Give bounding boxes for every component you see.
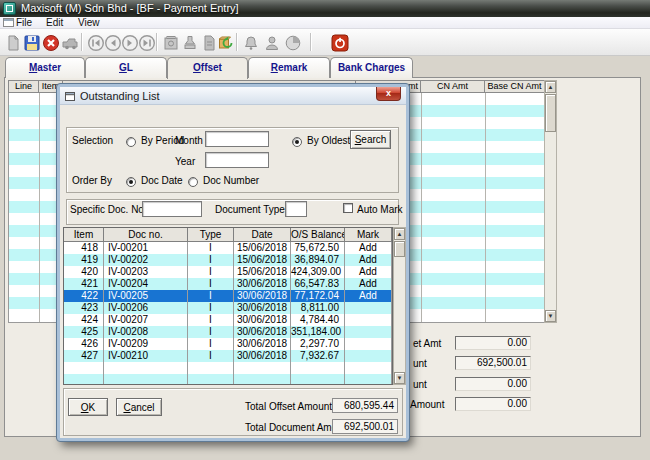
year-input[interactable] xyxy=(205,152,269,168)
close-icon[interactable]: x xyxy=(376,87,401,101)
doc-date-radio[interactable] xyxy=(126,177,136,187)
outstanding-table-scrollbar[interactable]: ▲ ▼ xyxy=(393,227,406,385)
document-type-input[interactable] xyxy=(285,201,307,217)
column-header-line[interactable]: Line xyxy=(8,80,39,93)
by-oldest-label: By Oldest xyxy=(307,135,350,146)
outstanding-row-420[interactable]: 420IV-00203I15/06/2018424,309.00Add xyxy=(64,266,392,278)
toolbar-separator xyxy=(310,33,311,51)
outstanding-table-header: ItemDoc no.TypeDateO/S BalanceMark xyxy=(64,228,392,242)
cell-type: I xyxy=(188,242,234,254)
app-icon xyxy=(3,2,16,15)
outstanding-row-422[interactable]: 422IV-00205I30/06/201877,172.04Add xyxy=(64,290,392,302)
outstanding-row-empty[interactable] xyxy=(64,362,392,374)
tab-gl[interactable]: GL xyxy=(85,57,167,78)
outstanding-header-balance[interactable]: O/S Balance xyxy=(291,228,345,241)
title-bar: Maxisoft (M) Sdn Bhd - [BF - Payment Ent… xyxy=(0,0,650,17)
doc-number-radio[interactable] xyxy=(188,177,198,187)
scrollbar-thumb[interactable] xyxy=(545,94,556,132)
outstanding-row-421[interactable]: 421IV-00204I30/06/201866,547.83Add xyxy=(64,278,392,290)
cell-type: I xyxy=(188,314,234,326)
scroll-up-icon[interactable]: ▲ xyxy=(394,228,405,240)
outstanding-row-418[interactable]: 418IV-00201I15/06/201875,672.50Add xyxy=(64,242,392,254)
application-window: Maxisoft (M) Sdn Bhd - [BF - Payment Ent… xyxy=(0,0,650,460)
cell-mark: Add xyxy=(345,242,392,254)
package-refresh-icon[interactable] xyxy=(216,33,235,52)
last-record-icon[interactable] xyxy=(137,33,156,52)
cell-date: 30/06/2018 xyxy=(234,278,291,290)
cell-date: 30/06/2018 xyxy=(234,350,291,362)
cell-mark xyxy=(345,338,392,350)
outstanding-row-419[interactable]: 419IV-00202I15/06/201836,894.07Add xyxy=(64,254,392,266)
user-icon[interactable] xyxy=(262,33,281,52)
auto-mark-checkbox[interactable] xyxy=(343,203,353,213)
toolbar-separator xyxy=(156,33,157,51)
delete-icon[interactable] xyxy=(41,33,60,52)
cell-date: 30/06/2018 xyxy=(234,326,291,338)
tab-remark[interactable]: Remark xyxy=(248,57,330,78)
outstanding-row-427[interactable]: 427IV-00210I30/06/20187,932.67 xyxy=(64,350,392,362)
month-input[interactable] xyxy=(205,131,269,147)
document-type-label: Document Type xyxy=(215,204,285,215)
save-icon[interactable] xyxy=(22,33,41,52)
dialog-title-bar[interactable]: Outstanding List x xyxy=(60,87,406,105)
outstanding-header-date[interactable]: Date xyxy=(234,228,291,241)
cell-mark xyxy=(345,314,392,326)
outstanding-table[interactable]: ItemDoc no.TypeDateO/S BalanceMark418IV-… xyxy=(63,227,393,385)
summary-label-offset-amt: et Amt xyxy=(413,338,441,349)
by-period-radio[interactable] xyxy=(126,137,136,147)
by-oldest-radio[interactable] xyxy=(292,137,302,147)
summary-field-amount-2: 0.00 xyxy=(455,377,531,391)
tab-bank-charges[interactable]: Bank Charges xyxy=(330,57,413,78)
cell-date: 30/06/2018 xyxy=(234,314,291,326)
cell-date: 30/06/2018 xyxy=(234,338,291,350)
cell-type: I xyxy=(188,278,234,290)
safe-icon[interactable] xyxy=(161,33,180,52)
outstanding-row-424[interactable]: 424IV-00207I30/06/20184,784.40 xyxy=(64,314,392,326)
stamp-icon[interactable] xyxy=(180,33,199,52)
doc-date-label: Doc Date xyxy=(141,175,183,186)
cell-balance: 424,309.00 xyxy=(291,266,345,278)
new-document-icon[interactable] xyxy=(3,33,22,52)
menu-file[interactable]: File xyxy=(12,17,36,29)
scroll-up-icon[interactable]: ▲ xyxy=(545,81,556,93)
cell-type: I xyxy=(188,290,234,302)
column-header-base-cn-amt[interactable]: Base CN Amt xyxy=(484,80,545,93)
search-button[interactable]: Search xyxy=(350,130,391,149)
cell-balance xyxy=(291,362,345,374)
specific-doc-input[interactable] xyxy=(142,201,202,217)
outstanding-header-type[interactable]: Type xyxy=(188,228,234,241)
cell-mark xyxy=(345,362,392,374)
cell-doc xyxy=(104,374,188,385)
column-header-cn-amt[interactable]: CN Amt xyxy=(420,80,485,93)
cell-type: I xyxy=(188,254,234,266)
payment-grid-scrollbar[interactable]: ▲ ▼ xyxy=(544,80,557,323)
outstanding-header-mark[interactable]: Mark xyxy=(345,228,392,241)
outstanding-header-doc[interactable]: Doc no. xyxy=(104,228,188,241)
cell-item: 425 xyxy=(64,326,104,338)
menu-edit[interactable]: Edit xyxy=(42,17,67,29)
cell-balance xyxy=(291,374,345,385)
cell-doc: IV-00205 xyxy=(104,290,188,302)
scroll-down-icon[interactable]: ▼ xyxy=(545,310,556,322)
outstanding-header-item[interactable]: Item xyxy=(64,228,104,241)
cell-balance: 7,932.67 xyxy=(291,350,345,362)
scrollbar-thumb[interactable] xyxy=(394,241,405,257)
scroll-down-icon[interactable]: ▼ xyxy=(394,372,405,384)
exit-icon[interactable] xyxy=(330,33,349,52)
outstanding-row-426[interactable]: 426IV-00209I30/06/20182,297.70 xyxy=(64,338,392,350)
vehicle-icon[interactable] xyxy=(60,33,79,52)
dialog-icon xyxy=(65,91,76,101)
cell-doc: IV-00204 xyxy=(104,278,188,290)
outstanding-row-423[interactable]: 423IV-00206I30/06/20188,811.00 xyxy=(64,302,392,314)
year-label: Year xyxy=(175,156,195,167)
pie-chart-icon[interactable] xyxy=(283,33,302,52)
cancel-button[interactable]: Cancel xyxy=(116,398,162,416)
menu-view[interactable]: View xyxy=(74,17,104,29)
ok-button[interactable]: OK xyxy=(68,398,108,416)
outstanding-row-425[interactable]: 425IV-00208I30/06/2018351,184.00 xyxy=(64,326,392,338)
tab-offset[interactable]: Offset xyxy=(167,57,248,79)
cell-doc xyxy=(104,362,188,374)
outstanding-row-empty[interactable] xyxy=(64,374,392,385)
tab-master[interactable]: Master xyxy=(5,57,85,78)
notification-bell-icon[interactable] xyxy=(241,33,260,52)
